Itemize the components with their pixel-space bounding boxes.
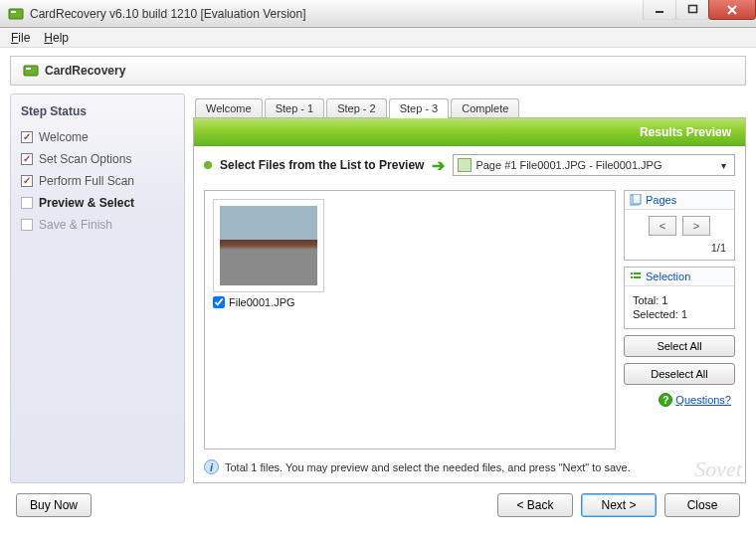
minimize-button[interactable] — [643, 0, 676, 20]
svg-rect-8 — [631, 272, 633, 274]
next-button[interactable]: Next > — [581, 493, 657, 517]
thumbnail-caption: File0001.JPG — [229, 296, 295, 308]
results-banner: Results Preview — [194, 118, 745, 146]
total-count: Total: 1 — [633, 294, 726, 306]
selection-box: Selection Total: 1 Selected: 1 — [624, 267, 735, 329]
deselect-all-button[interactable]: Deselect All — [624, 363, 735, 385]
brand-icon — [23, 63, 39, 79]
thumbnail-image[interactable] — [213, 199, 324, 292]
tab-step2[interactable]: Step - 2 — [326, 98, 387, 117]
tabs: Welcome Step - 1 Step - 2 Step - 3 Compl… — [193, 93, 746, 117]
checkbox-icon — [21, 197, 33, 209]
window-titlebar: CardRecovery v6.10 build 1210 [Evaluatio… — [0, 0, 756, 28]
check-icon — [21, 131, 33, 143]
check-icon — [21, 175, 33, 187]
svg-rect-7 — [633, 194, 641, 204]
svg-rect-11 — [634, 276, 641, 278]
svg-rect-10 — [631, 276, 633, 278]
pages-icon — [630, 194, 642, 206]
selected-count: Selected: 1 — [633, 308, 726, 320]
brand-text: CardRecovery — [45, 64, 125, 78]
tab-step3[interactable]: Step - 3 — [389, 98, 450, 118]
page-counter: 1/1 — [625, 242, 734, 260]
svg-rect-0 — [9, 9, 23, 19]
buy-now-button[interactable]: Buy Now — [16, 493, 92, 517]
arrow-right-icon: ➔ — [432, 156, 445, 175]
page-icon — [458, 158, 472, 172]
close-window-button[interactable] — [708, 0, 756, 20]
svg-rect-4 — [24, 66, 38, 76]
preview-toolbar: Select Files from the List to Preview ➔ … — [194, 146, 745, 184]
pages-box: Pages < > 1/1 — [624, 190, 735, 261]
pages-title: Pages — [646, 194, 676, 206]
app-header: CardRecovery — [10, 56, 746, 86]
thumbnail-item[interactable]: File0001.JPG — [213, 199, 324, 308]
status-line: i Total 1 files. You may preview and sel… — [194, 453, 745, 482]
step-welcome: Welcome — [21, 126, 174, 148]
window-title: CardRecovery v6.10 build 1210 [Evaluatio… — [30, 7, 306, 21]
thumbnail-checkbox[interactable] — [213, 296, 225, 308]
menu-file[interactable]: File — [6, 30, 35, 46]
banner-title: Results Preview — [640, 125, 731, 139]
sidebar-heading: Step Status — [21, 104, 174, 118]
step-options: Set Scan Options — [21, 148, 174, 170]
list-icon — [630, 271, 642, 282]
page-prev-button[interactable]: < — [649, 216, 676, 236]
svg-rect-5 — [26, 68, 31, 70]
side-pane: Pages < > 1/1 Selection — [624, 190, 735, 450]
menu-bar: File Help — [0, 28, 756, 48]
bottom-bar: Buy Now < Back Next > Close — [10, 483, 746, 517]
svg-rect-3 — [688, 6, 696, 13]
check-icon — [21, 153, 33, 165]
app-icon — [8, 6, 24, 22]
page-selector-text: Page #1 File0001.JPG - File0001.JPG — [475, 159, 662, 171]
checkbox-icon — [21, 219, 33, 231]
info-icon: i — [204, 459, 219, 474]
thumbnail-gallery[interactable]: File0001.JPG — [204, 190, 616, 450]
tab-panel: Results Preview Select Files from the Li… — [193, 117, 746, 483]
step-preview: Preview & Select — [21, 192, 174, 214]
chevron-down-icon: ▾ — [717, 160, 730, 171]
close-button[interactable]: Close — [664, 493, 740, 517]
help-icon: ? — [659, 393, 672, 407]
page-selector[interactable]: Page #1 File0001.JPG - File0001.JPG ▾ — [453, 154, 735, 176]
questions-link[interactable]: Questions? — [675, 394, 731, 406]
tab-complete[interactable]: Complete — [451, 98, 519, 117]
maximize-button[interactable] — [675, 0, 709, 20]
page-next-button[interactable]: > — [682, 216, 710, 236]
svg-rect-1 — [11, 11, 16, 13]
tab-welcome[interactable]: Welcome — [195, 98, 263, 117]
step-save: Save & Finish — [21, 214, 174, 236]
selection-title: Selection — [646, 271, 690, 282]
back-button[interactable]: < Back — [497, 493, 573, 517]
status-text: Total 1 files. You may preview and selec… — [225, 461, 631, 473]
menu-help[interactable]: Help — [39, 30, 74, 46]
sidebar: Step Status Welcome Set Scan Options Per… — [10, 93, 185, 483]
select-all-button[interactable]: Select All — [624, 335, 735, 357]
main-panel: Welcome Step - 1 Step - 2 Step - 3 Compl… — [193, 93, 746, 483]
svg-rect-9 — [634, 272, 641, 274]
bullet-icon — [204, 161, 212, 169]
svg-rect-2 — [656, 11, 663, 13]
step-scan: Perform Full Scan — [21, 170, 174, 192]
tab-step1[interactable]: Step - 1 — [265, 98, 325, 117]
select-files-label: Select Files from the List to Preview — [220, 158, 424, 172]
